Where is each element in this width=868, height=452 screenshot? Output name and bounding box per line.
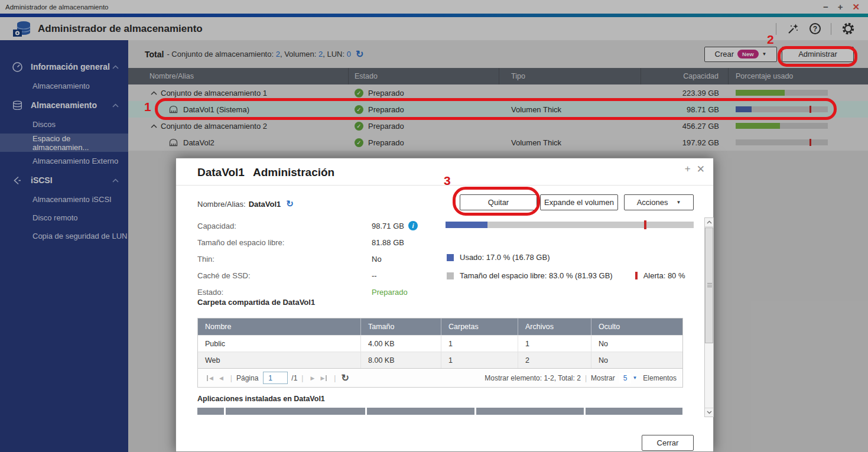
field-label-espacio-libre: Tamaño del espacio libre:: [197, 238, 372, 247]
close-button-label: Cerrar: [657, 438, 679, 447]
caret-down-icon: ▼: [676, 200, 681, 205]
folder-row-public[interactable]: Public 4.00 KB 1 1 No: [198, 335, 682, 352]
first-page-icon[interactable]: ◀: [207, 375, 213, 381]
name-alias-label: Nombre/Alias:: [197, 200, 246, 209]
prev-page-icon[interactable]: ◀: [219, 375, 223, 381]
dialog-close-icon[interactable]: ✕: [697, 163, 705, 175]
field-label-thin: Thin:: [197, 255, 372, 264]
folders-pagination: ◀ ◀ | Página /1 | ▶ ▶ | ↻ Mostrar elemen…: [198, 368, 682, 387]
field-label-cache-ssd: Caché de SSD:: [197, 271, 372, 280]
installed-apps-table-header-partial: [197, 408, 683, 415]
annotation-number-1: 1: [144, 100, 151, 114]
legend-alert-text: Alerta: 80 %: [643, 271, 685, 280]
usage-bar-large: [446, 222, 694, 228]
expand-button-label: Expande el volumen: [544, 198, 614, 207]
alert-swatch: [635, 272, 638, 279]
scroll-up-icon[interactable]: [705, 218, 713, 227]
column-header-tamano[interactable]: Tamaño: [361, 318, 441, 335]
volume-detail-fields: Capacidad: 98.71 GB i Tamaño del espacio…: [197, 217, 434, 300]
legend-free-text: Tamaño del espacio libre: 83.0 % (81.93 …: [460, 271, 613, 280]
annotation-number-2: 2: [767, 32, 774, 47]
dialog-title: DataVol1Administración: [197, 166, 334, 179]
folders-table-header: Nombre Tamaño Carpetas Archivos Oculto: [198, 318, 682, 335]
legend-used-text: Usado: 17.0 % (16.78 GB): [460, 253, 550, 262]
actions-dropdown-button[interactable]: Acciones ▼: [624, 194, 694, 210]
volume-name-row: Nombre/Alias: DataVol1 ↻: [197, 199, 294, 209]
table-refresh-icon[interactable]: ↻: [341, 372, 349, 383]
actions-button-label: Acciones: [637, 198, 668, 207]
page-input[interactable]: [263, 372, 288, 384]
dialog-scrollbar[interactable]: [704, 217, 714, 417]
close-dialog-button[interactable]: Cerrar: [642, 435, 694, 451]
usage-summary: Usado: 17.0 % (16.78 GB) Tamaño del espa…: [446, 222, 694, 228]
scrollbar-grip: [707, 283, 712, 288]
free-swatch: [447, 272, 454, 279]
column-header-oculto[interactable]: Oculto: [591, 318, 682, 335]
field-value-estado: Preparado: [372, 288, 408, 297]
field-label-estado: Estado:: [197, 288, 372, 297]
name-alias-value: DataVol1: [249, 200, 281, 209]
page-label: Página: [236, 374, 258, 382]
alert-marker: [644, 220, 646, 229]
remove-button-label: Quitar: [488, 198, 509, 207]
annotation-number-3: 3: [444, 174, 451, 188]
shared-folders-title: Carpeta compartida de DataVol1: [197, 298, 315, 307]
expand-volume-button[interactable]: Expande el volumen: [540, 194, 618, 210]
field-value-capacidad: 98.71 GB: [372, 222, 404, 230]
used-swatch: [447, 254, 454, 261]
last-page-icon[interactable]: ▶: [320, 375, 327, 381]
next-page-icon[interactable]: ▶: [310, 375, 314, 381]
pagination-info: Mostrar elemento: 1-2, Total: 2: [485, 374, 581, 382]
volume-management-dialog: DataVol1Administración + ✕ Nombre/Alias:…: [175, 158, 714, 452]
dialog-title-volume: DataVol1: [197, 166, 245, 178]
legend-free: Tamaño del espacio libre: 83.0 % (81.93 …: [447, 271, 685, 280]
column-header-nombre[interactable]: Nombre: [198, 318, 361, 335]
legend-used: Usado: 17.0 % (16.78 GB): [447, 253, 550, 262]
shared-folders-table: Nombre Tamaño Carpetas Archivos Oculto P…: [197, 318, 683, 388]
dialog-title-suffix: Administración: [253, 166, 334, 178]
installed-apps-title: Aplicaciones instaladas en DataVol1: [197, 395, 325, 403]
field-value-espacio-libre: 81.88 GB: [372, 238, 404, 247]
column-header-archivos[interactable]: Archivos: [518, 318, 591, 335]
field-value-thin: No: [372, 255, 382, 264]
field-value-cache-ssd: --: [372, 271, 377, 280]
scrollbar-thumb[interactable]: [705, 227, 713, 343]
show-label: Mostrar: [591, 374, 615, 382]
remove-button[interactable]: Quitar: [460, 194, 537, 210]
caret-down-icon[interactable]: ▼: [632, 375, 637, 381]
items-label: Elementos: [643, 374, 677, 382]
info-icon[interactable]: i: [408, 221, 418, 230]
page-size-value[interactable]: 5: [619, 373, 632, 383]
folder-row-web[interactable]: Web 8.00 KB 1 2 No: [198, 352, 682, 368]
field-label-capacidad: Capacidad:: [197, 222, 372, 230]
page-total: /1: [291, 374, 297, 382]
dialog-maximize-icon[interactable]: +: [685, 163, 691, 175]
scroll-down-icon[interactable]: [705, 408, 713, 417]
column-header-carpetas[interactable]: Carpetas: [441, 318, 518, 335]
rename-refresh-icon[interactable]: ↻: [286, 199, 294, 209]
